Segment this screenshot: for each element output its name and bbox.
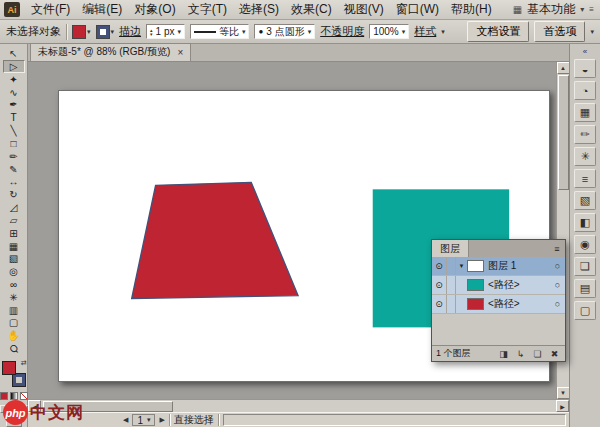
new-sublayer-icon[interactable]: ↳: [514, 349, 527, 359]
target-circle-icon[interactable]: ○: [550, 299, 565, 309]
hand-tool[interactable]: ✋: [3, 329, 25, 342]
delete-layer-icon[interactable]: ✖: [548, 349, 561, 359]
lock-column[interactable]: [447, 295, 456, 313]
menu-file[interactable]: 文件(F): [25, 0, 76, 19]
stroke-color-swatch[interactable]: ▾: [96, 25, 115, 39]
opacity-input[interactable]: 100% ▾: [369, 24, 409, 39]
fill-stroke-indicator[interactable]: ⇄: [2, 361, 26, 387]
shape-builder-tool[interactable]: ⊞: [3, 227, 25, 240]
control-bar-menu-icon[interactable]: ▾: [590, 28, 594, 36]
brush-definition-select[interactable]: ● 3 点圆形 ▾: [254, 24, 315, 39]
brushes-panel-icon[interactable]: ✏: [574, 125, 596, 144]
stroke-panel-link[interactable]: 描边: [119, 24, 141, 39]
opacity-panel-link[interactable]: 不透明度: [320, 24, 364, 39]
stroke-box[interactable]: [12, 373, 26, 387]
preferences-button[interactable]: 首选项: [534, 21, 585, 42]
target-circle-icon[interactable]: ○: [550, 261, 565, 271]
fill-color-swatch[interactable]: ▾: [72, 25, 91, 39]
scroll-down-icon[interactable]: ▼: [557, 387, 570, 399]
menu-type[interactable]: 文字(T): [182, 0, 233, 19]
selection-tool[interactable]: ↖: [3, 47, 25, 60]
blend-tool[interactable]: ∞: [3, 278, 25, 291]
free-transform-tool[interactable]: ▱: [3, 214, 25, 227]
menu-effect[interactable]: 效果(C): [285, 0, 338, 19]
graphic-styles-panel-icon[interactable]: ❏: [574, 257, 596, 276]
tab-layers[interactable]: 图层: [432, 240, 469, 257]
document-setup-button[interactable]: 文档设置: [467, 21, 529, 42]
line-segment-tool[interactable]: ╲: [3, 124, 25, 137]
mesh-tool[interactable]: ▦: [3, 240, 25, 253]
workspace-switcher[interactable]: ▦ 基本功能 ▾ ≡: [513, 1, 597, 18]
scale-tool[interactable]: ◿: [3, 201, 25, 214]
column-graph-tool[interactable]: ▥: [3, 304, 25, 317]
menu-object[interactable]: 对象(O): [128, 0, 181, 19]
rectangle-tool[interactable]: □: [3, 137, 25, 150]
previous-artboard-icon[interactable]: ◀: [123, 416, 128, 424]
stepper-icons[interactable]: ▴▾: [150, 28, 153, 36]
rotate-tool[interactable]: ↻: [3, 188, 25, 201]
scroll-up-icon[interactable]: ▲: [557, 62, 570, 74]
layer-row[interactable]: ⊙ ▼ 图层 1 ○: [432, 257, 565, 276]
visibility-eye-icon[interactable]: ⊙: [432, 295, 447, 313]
artboard-tool[interactable]: ▢: [3, 317, 25, 330]
app-menu-icon[interactable]: ≡: [589, 5, 594, 14]
close-icon[interactable]: ×: [177, 47, 183, 58]
gradient-panel-icon[interactable]: ▧: [574, 191, 596, 210]
pen-tool[interactable]: ✒: [3, 98, 25, 111]
target-circle-icon[interactable]: ○: [550, 280, 565, 290]
stroke-width-input[interactable]: ▴▾ 1 px ▾: [146, 24, 185, 39]
menu-edit[interactable]: 编辑(E): [76, 0, 128, 19]
width-tool[interactable]: ↔: [3, 175, 25, 188]
document-tab[interactable]: 未标题-5* @ 88% (RGB/预览) ×: [30, 43, 191, 61]
menu-select[interactable]: 选择(S): [233, 0, 285, 19]
next-artboard-icon[interactable]: ▶: [159, 416, 164, 424]
horizontal-scrollbar[interactable]: ◀ ▶: [28, 399, 569, 412]
lasso-tool[interactable]: ∿: [3, 86, 25, 99]
panel-menu-icon[interactable]: ≡: [549, 240, 565, 257]
type-tool[interactable]: T: [3, 111, 25, 124]
magic-wand-tool[interactable]: ✦: [3, 73, 25, 86]
visibility-eye-icon[interactable]: ⊙: [432, 257, 447, 275]
appearance-panel-icon[interactable]: ◉: [574, 235, 596, 254]
zoom-tool[interactable]: Ϙ: [3, 342, 25, 355]
scroll-right-icon[interactable]: ▶: [556, 400, 569, 412]
gradient-button[interactable]: [10, 392, 18, 400]
none-button[interactable]: [20, 392, 28, 400]
transparency-panel-icon[interactable]: ◧: [574, 213, 596, 232]
artboards-panel-icon[interactable]: ▢: [574, 301, 596, 320]
lock-column[interactable]: [447, 276, 456, 294]
layer-name[interactable]: <路径>: [488, 278, 550, 292]
vertical-scroll-thumb[interactable]: [558, 75, 569, 190]
fill-box[interactable]: [2, 361, 16, 375]
layer-name[interactable]: <路径>: [488, 297, 550, 311]
swap-fill-stroke-icon[interactable]: ⇄: [21, 359, 27, 367]
color-button[interactable]: [0, 392, 8, 400]
layer-name[interactable]: 图层 1: [488, 259, 550, 273]
layer-row[interactable]: ⊙ <路径> ○: [432, 295, 565, 314]
menu-help[interactable]: 帮助(H): [445, 0, 498, 19]
paintbrush-tool[interactable]: ✏: [3, 150, 25, 163]
direct-selection-tool[interactable]: ▷: [3, 60, 25, 73]
symbol-sprayer-tool[interactable]: ✳: [3, 291, 25, 304]
gradient-tool[interactable]: ▧: [3, 252, 25, 265]
lock-column[interactable]: [447, 257, 456, 275]
style-panel-link[interactable]: 样式: [414, 24, 436, 39]
color-panel-icon[interactable]: ◒: [574, 59, 596, 78]
menu-window[interactable]: 窗口(W): [390, 0, 445, 19]
red-trapezoid-shape[interactable]: [132, 182, 298, 298]
make-clip-mask-icon[interactable]: ◨: [497, 349, 510, 359]
layer-row[interactable]: ⊙ <路径> ○: [432, 276, 565, 295]
color-guide-panel-icon[interactable]: ◔: [574, 81, 596, 100]
menu-view[interactable]: 视图(V): [338, 0, 390, 19]
visibility-eye-icon[interactable]: ⊙: [432, 276, 447, 294]
eyedropper-tool[interactable]: ◎: [3, 265, 25, 278]
artboard-navigation-select[interactable]: 1 ▾: [132, 414, 155, 426]
expand-panels-icon[interactable]: «: [583, 47, 587, 56]
expand-triangle-icon[interactable]: ▼: [456, 263, 467, 269]
new-layer-icon[interactable]: ❏: [531, 349, 544, 359]
tab-bar-space[interactable]: [469, 240, 549, 257]
layers-panel-icon[interactable]: ▤: [574, 279, 596, 298]
stroke-panel-icon[interactable]: ≡: [574, 169, 596, 188]
width-profile-select[interactable]: 等比 ▾: [190, 24, 250, 39]
pencil-tool[interactable]: ✎: [3, 163, 25, 176]
